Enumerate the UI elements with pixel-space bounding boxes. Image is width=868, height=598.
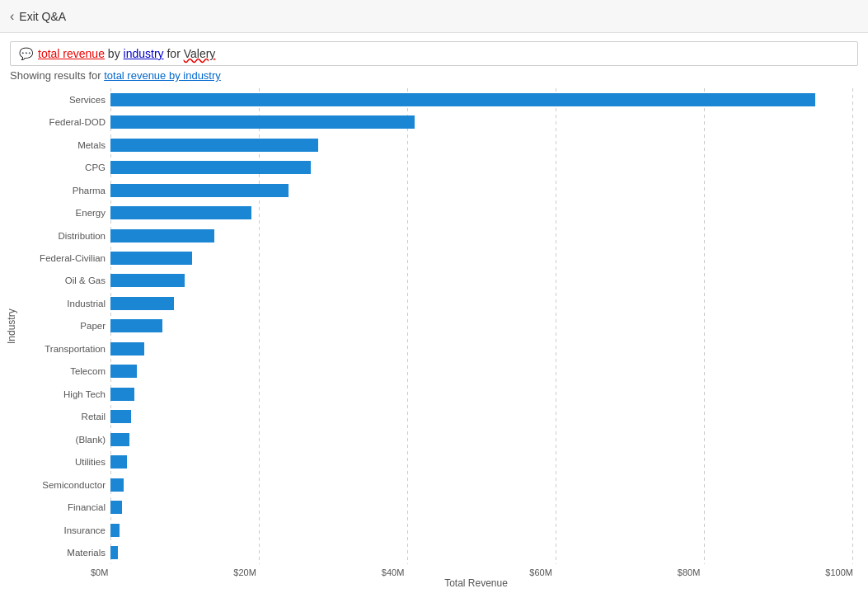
bar-fill xyxy=(110,546,118,559)
x-tick: $20M xyxy=(233,567,256,577)
x-tick: $60M xyxy=(529,567,552,577)
x-tick: $40M xyxy=(382,567,405,577)
x-axis-label: Total Revenue xyxy=(0,577,861,592)
bar-label: Oil & Gas xyxy=(24,275,110,285)
bar-label: Telecom xyxy=(24,366,110,376)
bar-fill xyxy=(110,115,415,129)
bar-fill xyxy=(110,365,137,378)
chart-container: Industry ServicesFederal-DODMetalsCPGPha… xyxy=(0,88,868,592)
bar-fill xyxy=(110,478,124,492)
search-bar[interactable]: 💬 total revenue by industry for Valery xyxy=(10,41,858,66)
exit-label: Exit Q&A xyxy=(19,10,66,23)
bar-label: (Blank) xyxy=(24,435,110,445)
header: ‹ Exit Q&A xyxy=(0,0,868,33)
bar-fill xyxy=(110,161,311,174)
bar-label: Federal-Civilian xyxy=(24,253,110,263)
query-industry[interactable]: industry xyxy=(124,47,164,60)
bars-wrapper: ServicesFederal-DODMetalsCPGPharmaEnergy… xyxy=(110,88,853,564)
bar-label: Federal-DOD xyxy=(24,117,110,127)
bar-row: Financial xyxy=(110,498,853,516)
bar-fill xyxy=(110,455,127,469)
query-valery[interactable]: Valery xyxy=(184,47,216,60)
x-tick: $100M xyxy=(825,567,853,577)
query-part1[interactable]: total revenue xyxy=(38,47,105,60)
bar-row: CPG xyxy=(110,158,853,177)
bar-row: Federal-DOD xyxy=(110,113,853,131)
bar-row: Metals xyxy=(110,136,853,154)
x-tick: $0M xyxy=(91,567,108,577)
bar-label: CPG xyxy=(24,162,110,172)
bar-row: (Blank) xyxy=(110,431,853,449)
bar-row: Industrial xyxy=(110,294,853,313)
bar-row: Insurance xyxy=(110,521,853,539)
bar-label: Utilities xyxy=(24,457,110,467)
bar-label: Energy xyxy=(24,208,110,218)
bar-label: Metals xyxy=(24,140,110,150)
bar-fill xyxy=(110,297,174,310)
bar-label: High Tech xyxy=(24,389,110,399)
bar-label: Financial xyxy=(24,502,110,512)
bar-label: Pharma xyxy=(24,186,110,195)
bar-fill xyxy=(110,274,185,287)
bar-label: Services xyxy=(24,95,110,105)
bar-label: Industrial xyxy=(24,299,110,308)
bar-row: Transportation xyxy=(110,340,853,358)
bar-fill xyxy=(110,342,144,356)
bar-fill xyxy=(110,433,129,446)
exit-button[interactable]: ‹ Exit Q&A xyxy=(10,9,66,24)
bar-fill xyxy=(110,252,192,265)
bar-row: Telecom xyxy=(110,362,853,380)
bar-fill xyxy=(110,388,134,401)
chart-area: Industry ServicesFederal-DODMetalsCPGPha… xyxy=(0,88,861,564)
bar-fill xyxy=(110,501,122,514)
bar-label: Materials xyxy=(24,548,110,558)
bar-label: Transportation xyxy=(24,344,110,354)
bar-row: Energy xyxy=(110,204,853,222)
bar-fill xyxy=(110,410,131,423)
bar-fill xyxy=(110,206,251,219)
bar-row: Federal-Civilian xyxy=(110,249,853,267)
bar-row: Distribution xyxy=(110,227,853,245)
bar-row: Retail xyxy=(110,407,853,426)
bar-row: Materials xyxy=(110,544,853,562)
bar-label: Paper xyxy=(24,321,110,331)
bar-fill xyxy=(110,93,815,106)
showing-results: Showing results for total revenue by ind… xyxy=(10,69,858,82)
query-by: by xyxy=(108,47,120,60)
chart-inner: ServicesFederal-DODMetalsCPGPharmaEnergy… xyxy=(20,88,861,564)
bar-fill xyxy=(110,229,214,242)
bar-row: Paper xyxy=(110,317,853,335)
back-arrow-icon: ‹ xyxy=(10,9,14,24)
x-tick: $80M xyxy=(678,567,701,577)
bar-fill xyxy=(110,184,289,197)
bar-row: Utilities xyxy=(110,453,853,471)
bar-row: High Tech xyxy=(110,385,853,403)
x-axis: $0M$20M$40M$60M$80M$100M xyxy=(0,564,861,577)
chat-icon: 💬 xyxy=(19,47,33,60)
bar-row: Pharma xyxy=(110,181,853,200)
results-prefix: Showing results for xyxy=(10,69,104,82)
bar-label: Insurance xyxy=(24,525,110,535)
bar-label: Semiconductor xyxy=(24,480,110,490)
bar-label: Distribution xyxy=(24,231,110,241)
results-link[interactable]: total revenue by industry xyxy=(104,69,221,82)
bar-fill xyxy=(110,139,318,152)
bar-row: Semiconductor xyxy=(110,476,853,494)
bar-fill xyxy=(110,319,162,332)
y-axis-label: Industry xyxy=(3,88,20,564)
bar-row: Services xyxy=(110,91,853,109)
bar-row: Oil & Gas xyxy=(110,271,853,290)
bar-label: Retail xyxy=(24,412,110,421)
query-for: for xyxy=(167,47,180,60)
bar-fill xyxy=(110,524,120,537)
query-total-revenue: total revenue by industry for Valery xyxy=(38,47,215,60)
